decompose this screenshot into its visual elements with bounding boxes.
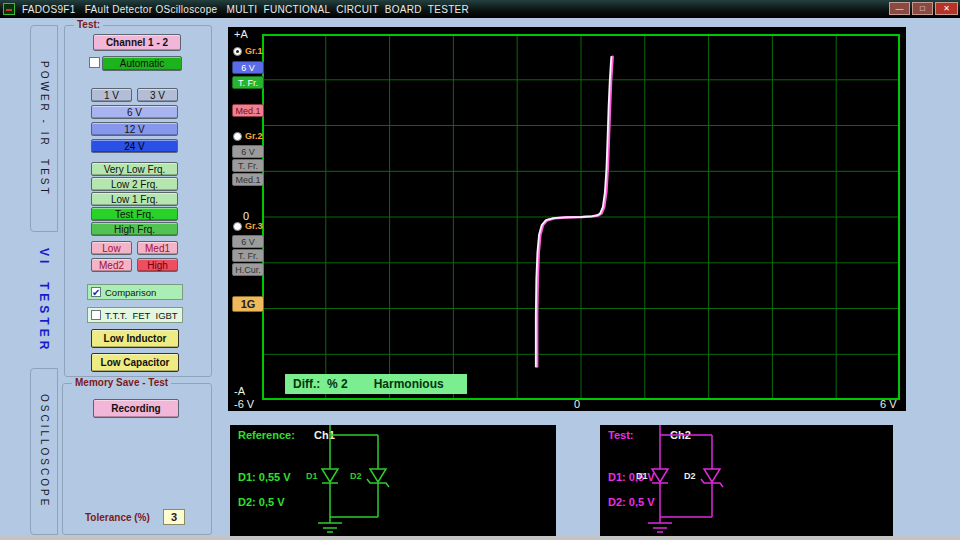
tab-oscilloscope[interactable]: OSCILLOSCOPE bbox=[30, 368, 58, 535]
low-2-frq-button[interactable]: Low 2 Frq. bbox=[91, 177, 178, 191]
current-low-button[interactable]: Low bbox=[91, 241, 132, 255]
gr3-current-button[interactable]: H.Cur. bbox=[232, 263, 264, 276]
diff-result-bar: Diff.: % 2 Harmonious bbox=[285, 374, 467, 394]
test-frq-button[interactable]: Test Frq. bbox=[91, 207, 178, 221]
test-d2-tag: D2 bbox=[684, 471, 696, 481]
recording-button[interactable]: Recording bbox=[93, 399, 179, 418]
x-axis-left-label: -6 V bbox=[234, 398, 254, 410]
high-frq-button[interactable]: High Frq. bbox=[91, 222, 178, 236]
gr1-radio-row[interactable]: Gr.1 bbox=[233, 46, 263, 56]
diff-value: Diff.: % 2 bbox=[293, 377, 348, 391]
gr2-radio-label: Gr.2 bbox=[245, 131, 263, 141]
gr1-voltage-button[interactable]: 6 V bbox=[232, 61, 264, 74]
ttt-checkbox[interactable] bbox=[91, 310, 101, 320]
memory-groupbox: Memory Save - Test Recording Tolerance (… bbox=[62, 383, 212, 535]
tab-vi-tester-label: VI TESTER bbox=[37, 248, 51, 353]
automatic-checkbox[interactable] bbox=[89, 57, 100, 68]
low-capacitor-button[interactable]: Low Capacitor bbox=[91, 353, 179, 372]
window-title: FADOS9F1 FAult Detector OScilloscope MUL… bbox=[22, 4, 469, 15]
ttt-checkbox-row[interactable]: T.T.T. FET IGBT bbox=[87, 307, 183, 323]
reference-d1-tag: D1 bbox=[306, 471, 318, 481]
channel-1-2-button[interactable]: Channel 1 - 2 bbox=[93, 34, 181, 51]
comparison-checkbox-row[interactable]: ✔ Comparison bbox=[87, 284, 183, 300]
gr1-freq-button[interactable]: T. Fr. bbox=[232, 76, 264, 89]
voltage-1v-button[interactable]: 1 V bbox=[91, 88, 132, 102]
tab-vi-tester[interactable]: VI TESTER bbox=[30, 240, 58, 362]
test-circuit-diagram: D1 D2 bbox=[600, 425, 893, 537]
voltage-3v-button[interactable]: 3 V bbox=[137, 88, 178, 102]
window-bottom-edge bbox=[0, 536, 960, 540]
low-1-frq-button[interactable]: Low 1 Frq. bbox=[91, 192, 178, 206]
current-med2-button[interactable]: Med2 bbox=[91, 258, 132, 272]
test-result-panel: Test: Ch2 D1: 0,5 V D2: 0,5 V D1 D2 bbox=[600, 425, 893, 537]
minimize-button[interactable]: — bbox=[889, 2, 910, 15]
gr2-radio-row[interactable]: Gr.2 bbox=[233, 131, 263, 141]
tab-power-ir-test[interactable]: POWER - IR TEST bbox=[30, 25, 58, 232]
automatic-button[interactable]: Automatic bbox=[102, 56, 182, 71]
tab-oscilloscope-label: OSCILLOSCOPE bbox=[39, 394, 50, 508]
voltage-6v-button[interactable]: 6 V bbox=[91, 105, 178, 119]
low-inductor-button[interactable]: Low Inductor bbox=[91, 329, 179, 348]
reference-curve bbox=[536, 57, 612, 367]
y-axis-bottom-label: -A bbox=[234, 385, 245, 397]
window-controls: — □ ✕ bbox=[889, 2, 958, 15]
gain-1g-button[interactable]: 1G bbox=[232, 296, 264, 312]
memory-groupbox-caption: Memory Save - Test bbox=[72, 377, 171, 388]
very-low-frq-button[interactable]: Very Low Frq. bbox=[91, 162, 178, 176]
ttt-label: T.T.T. FET IGBT bbox=[105, 310, 178, 321]
test-groupbox: Test: Channel 1 - 2 Automatic 1 V 3 V 6 … bbox=[64, 25, 212, 377]
maximize-button[interactable]: □ bbox=[912, 2, 933, 15]
gr3-radio[interactable] bbox=[233, 222, 242, 231]
test-groupbox-caption: Test: bbox=[74, 19, 103, 30]
comparison-label: Comparison bbox=[105, 287, 156, 298]
comparison-checkbox[interactable]: ✔ bbox=[91, 287, 101, 297]
vi-curve-plot bbox=[262, 34, 900, 400]
y-axis-top-label: +A bbox=[234, 28, 248, 40]
close-button[interactable]: ✕ bbox=[935, 2, 958, 15]
gr2-freq-button[interactable]: T. Fr. bbox=[232, 159, 264, 172]
tab-power-ir-test-label: POWER - IR TEST bbox=[39, 61, 50, 197]
gr3-voltage-button[interactable]: 6 V bbox=[232, 235, 264, 248]
gr3-radio-row[interactable]: Gr.3 bbox=[233, 221, 263, 231]
current-high-button[interactable]: High bbox=[137, 258, 178, 272]
tolerance-input[interactable] bbox=[163, 509, 185, 525]
vi-scope: +A 0 -A -6 V 0 6 V Gr.1 6 V T. Fr. Med.1… bbox=[228, 27, 906, 411]
gr2-radio[interactable] bbox=[233, 132, 242, 141]
title-bar: FADOS9F1 FAult Detector OScilloscope MUL… bbox=[0, 0, 960, 18]
harmonious-status: Harmonious bbox=[374, 377, 444, 391]
gr2-voltage-button[interactable]: 6 V bbox=[232, 145, 264, 158]
gr1-current-button[interactable]: Med.1 bbox=[232, 104, 264, 117]
voltage-24v-button[interactable]: 24 V bbox=[91, 139, 178, 153]
gr3-freq-button[interactable]: T. Fr. bbox=[232, 249, 264, 262]
tolerance-label: Tolerance (%) bbox=[85, 512, 150, 523]
current-med1-button[interactable]: Med1 bbox=[137, 241, 178, 255]
gr3-radio-label: Gr.3 bbox=[245, 221, 263, 231]
reference-circuit-diagram: D1 D2 bbox=[230, 425, 556, 537]
gr2-current-button[interactable]: Med.1 bbox=[232, 173, 264, 186]
reference-d2-tag: D2 bbox=[350, 471, 362, 481]
voltage-12v-button[interactable]: 12 V bbox=[91, 122, 178, 136]
gr1-radio[interactable] bbox=[233, 47, 242, 56]
test-d1-tag: D1 bbox=[636, 471, 648, 481]
reference-panel: Reference: Ch1 D1: 0,55 V D2: 0,5 V D1 D… bbox=[230, 425, 556, 537]
gr1-radio-label: Gr.1 bbox=[245, 46, 263, 56]
app-icon bbox=[3, 3, 15, 15]
